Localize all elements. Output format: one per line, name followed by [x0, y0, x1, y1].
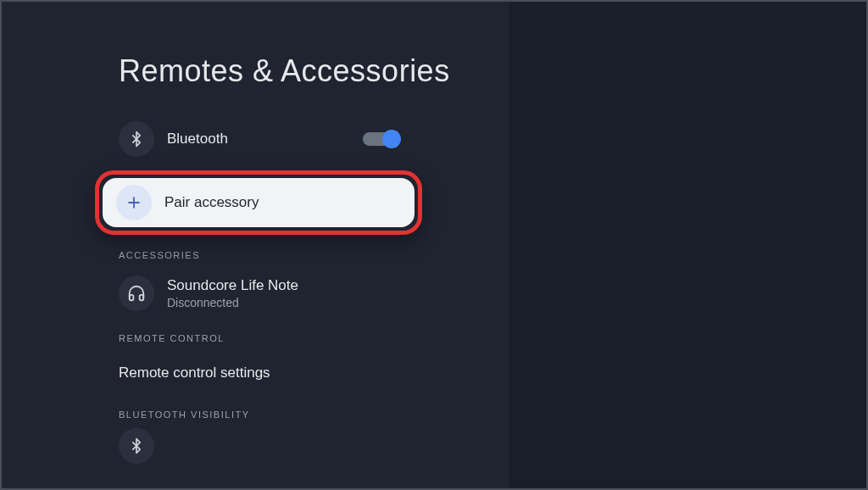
visibility-row[interactable] — [119, 428, 402, 464]
accessory-name: Soundcore Life Note — [167, 277, 298, 294]
section-remote-control: REMOTE CONTROL — [119, 333, 510, 343]
toggle-knob — [382, 130, 401, 148]
section-bluetooth-visibility: BLUETOOTH VISIBILITY — [119, 409, 510, 420]
remote-control-settings-row[interactable]: Remote control settings — [119, 352, 402, 394]
plus-icon — [116, 185, 152, 220]
settings-list-panel: Remotes & Accessories Bluetooth Pair acc… — [2, 2, 510, 488]
visibility-icon — [119, 428, 154, 464]
remote-settings-label: Remote control settings — [119, 365, 270, 381]
accessory-item-row[interactable]: Soundcore Life Note Disconnected — [119, 269, 402, 318]
bluetooth-row[interactable]: Bluetooth — [119, 114, 402, 164]
bluetooth-toggle[interactable] — [363, 132, 397, 146]
headphones-icon — [119, 276, 154, 311]
bluetooth-icon — [119, 121, 154, 157]
section-accessories: ACCESSORIES — [119, 250, 510, 260]
detail-panel — [509, 2, 866, 488]
accessory-status: Disconnected — [167, 296, 298, 309]
page-title: Remotes & Accessories — [119, 53, 510, 89]
highlight-annotation: Pair accessory — [95, 170, 422, 235]
bluetooth-label: Bluetooth — [167, 131, 228, 148]
pair-accessory-row[interactable]: Pair accessory — [103, 178, 415, 227]
pair-accessory-label: Pair accessory — [164, 194, 259, 211]
